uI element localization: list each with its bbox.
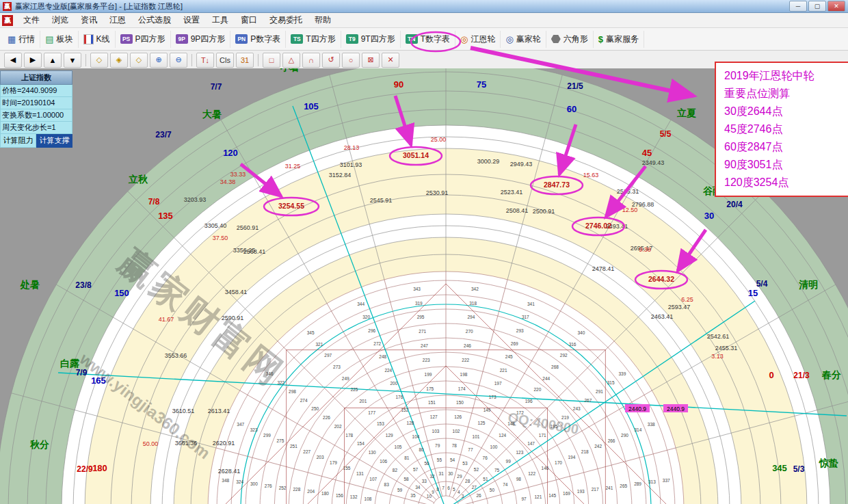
wheel-number: 102 xyxy=(453,429,460,434)
wheel-number: 250 xyxy=(311,406,319,411)
menu-item[interactable]: 工具 xyxy=(206,13,235,27)
arc-tool-icon[interactable]: ∩ xyxy=(302,53,320,68)
calendar-icon[interactable]: 31 xyxy=(236,53,254,68)
zoom-in-icon[interactable]: ⊕ xyxy=(150,53,168,68)
wheel-number: 247 xyxy=(421,343,428,348)
wheel-number: 193 xyxy=(577,489,585,494)
toolbar-item[interactable]: TST四方形 xyxy=(286,31,341,48)
maximize-button[interactable]: ▢ xyxy=(808,1,826,12)
toolbar-item[interactable]: ◎江恩轮 xyxy=(455,31,501,48)
wheel-number: 271 xyxy=(419,329,426,334)
diamond-tool2-icon[interactable]: ◇ xyxy=(130,53,148,68)
erase-tool-icon[interactable]: ✕ xyxy=(382,53,399,68)
wheel-number: 80 xyxy=(419,447,424,452)
wheel-number: 156 xyxy=(336,493,343,498)
wheel-number: 123 xyxy=(516,450,523,455)
date-label: 7/7 xyxy=(211,82,222,92)
menu-item[interactable]: 窗口 xyxy=(235,13,263,27)
minimize-button[interactable]: ─ xyxy=(789,1,807,12)
wheel-number: 26 xyxy=(476,493,481,498)
wheel-number: 225 xyxy=(351,387,358,392)
menu-item[interactable]: 帮助 xyxy=(308,13,337,27)
diamond-fill-tool-icon[interactable]: ◈ xyxy=(110,53,128,68)
wheel-ratio-value: 25.00 xyxy=(431,136,447,143)
text-tool-icon[interactable]: T↓ xyxy=(196,53,214,68)
menu-item[interactable]: 江恩 xyxy=(103,13,132,27)
toolbar-item[interactable]: PNP数字表 xyxy=(230,31,286,48)
nav-up-icon[interactable]: ▲ xyxy=(44,53,62,68)
degree-label: 345 xyxy=(772,463,787,473)
triangle-tool-icon[interactable]: △ xyxy=(282,53,300,68)
sidebar-row: 价格=2440.9099 xyxy=(0,85,72,97)
wheel-ratio-value: 28.13 xyxy=(344,144,360,151)
wheel-number: 318 xyxy=(469,301,477,306)
wheel-number: 227 xyxy=(303,449,310,454)
wheel-number: 294 xyxy=(468,315,475,319)
menu-item[interactable]: 设置 xyxy=(177,13,206,27)
wheel-number: 314 xyxy=(634,427,641,432)
toolbar-item[interactable]: K线 xyxy=(79,31,116,48)
wheel-number: 293 xyxy=(516,328,524,333)
diamond-tool-icon[interactable]: ◇ xyxy=(90,53,108,68)
menu-item[interactable]: 交易委托 xyxy=(263,13,308,27)
wheel-number: 197 xyxy=(494,381,502,386)
delete-tool-icon[interactable]: ⊠ xyxy=(362,53,380,68)
wheel-price-value: 3203.93 xyxy=(184,196,207,203)
wheel-price-value: 2593.47 xyxy=(668,304,691,310)
calc-support-button[interactable]: 计算支撑 xyxy=(36,134,72,148)
toolbar-item[interactable]: ◎赢家轮 xyxy=(501,31,546,48)
nav-down-icon[interactable]: ▼ xyxy=(64,53,81,68)
wheel-number: 319 xyxy=(415,301,423,306)
menu-item[interactable]: 公式选股 xyxy=(132,13,177,27)
wheel-price-value: 3152.84 xyxy=(329,172,352,178)
toolbar-item[interactable]: T99T四方形 xyxy=(341,31,401,48)
wheel-number: 56 xyxy=(424,461,429,466)
wheel-number: 274 xyxy=(300,398,308,403)
degree-label: 90 xyxy=(394,79,403,90)
menu-item[interactable]: 文件 xyxy=(17,13,46,27)
toolbar-item[interactable]: TNT数字表 xyxy=(401,31,455,48)
wheel-ratio-value: 9.38 xyxy=(639,246,651,253)
wheel-number: 201 xyxy=(359,399,367,403)
degree-label: 45 xyxy=(642,148,652,158)
toolbar-separator xyxy=(191,54,192,66)
toolbar-item[interactable]: ▦行情 xyxy=(3,31,40,48)
wheel-number: 173 xyxy=(489,395,496,399)
toolbar-item-label: 江恩轮 xyxy=(471,34,495,45)
toolbar-item[interactable]: PSP四方形 xyxy=(116,31,171,48)
wheel-number: 5 xyxy=(453,487,455,492)
wheel-number: 252 xyxy=(279,486,287,490)
toolbar-item[interactable]: 六角形 xyxy=(546,31,594,48)
toolbar-item[interactable]: 9P9P四方形 xyxy=(171,31,231,48)
nav-left-icon[interactable]: ◀ xyxy=(4,53,22,68)
wheel-number: 292 xyxy=(560,353,568,358)
toolbar-item[interactable]: ▤板块 xyxy=(40,31,78,48)
wheel-price-value: 2478.41 xyxy=(592,265,615,272)
zoom-out-icon[interactable]: ⊖ xyxy=(170,53,187,68)
rotate-tool-icon[interactable]: ↺ xyxy=(322,53,340,68)
t-square-icon: TS xyxy=(291,34,303,44)
wheel-number: 82 xyxy=(393,468,398,473)
nav-right-icon[interactable]: ▶ xyxy=(24,53,42,68)
toolbar-item[interactable]: $赢家服务 xyxy=(594,31,644,48)
wheel-number: 33 xyxy=(422,479,427,483)
date-label: 23/7 xyxy=(155,130,172,140)
clear-tool-icon[interactable]: Cls xyxy=(216,53,234,68)
menu-item[interactable]: 资讯 xyxy=(75,13,103,27)
wheel-number: 31 xyxy=(439,471,445,476)
calc-resistance-button[interactable]: 计算阻力 xyxy=(0,134,36,148)
toolbar-item-label: 行情 xyxy=(18,34,35,45)
menu-item[interactable]: 浏览 xyxy=(46,13,75,27)
wheel-number: 224 xyxy=(384,368,392,373)
rect-tool-icon[interactable]: □ xyxy=(263,53,280,68)
wheel-key-value: 2847.73 xyxy=(544,181,570,189)
solar-term-label: 小暑 xyxy=(280,68,300,72)
sidebar-row: 周天变化步长=1 xyxy=(0,122,72,134)
wheel-number: 148 xyxy=(507,421,515,426)
circle-tool-icon[interactable]: ○ xyxy=(342,53,360,68)
menubar: 赢文件浏览资讯江恩公式选股设置工具窗口交易委托帮助 xyxy=(0,13,848,28)
wheel-number: 174 xyxy=(458,386,466,391)
wheel-ratio-value: 41.67 xyxy=(159,316,174,323)
winner-wheel-icon: ◎ xyxy=(505,35,513,44)
close-button[interactable]: ✕ xyxy=(827,1,845,12)
